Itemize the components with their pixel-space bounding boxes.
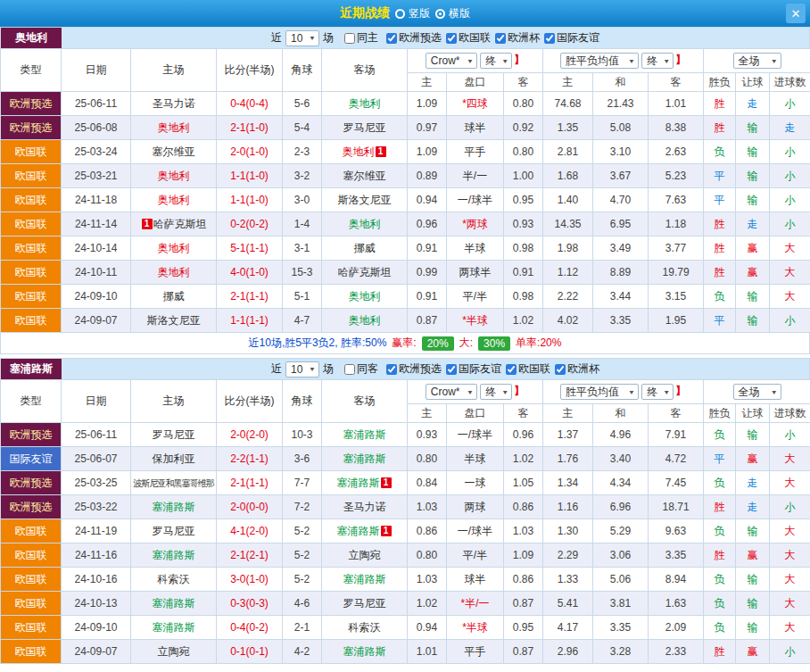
handicap-result-cell: 走 — [736, 212, 770, 236]
result-cell: 负 — [704, 568, 736, 592]
avg-dropdown[interactable]: 胜平负均值 — [560, 384, 639, 400]
league-checkbox[interactable] — [446, 33, 457, 44]
col-avg-away: 客 — [649, 73, 704, 92]
league-checkbox[interactable] — [386, 364, 397, 375]
team-name: 塞浦路斯 — [343, 428, 386, 441]
final-avg-dropdown[interactable]: 终 — [641, 384, 674, 400]
avg-draw-cell: 3.35 — [593, 309, 649, 333]
league-filter[interactable]: 欧洲预选 — [386, 361, 442, 377]
team-name: 奥地利 — [158, 242, 190, 254]
col-give: 让球 — [736, 404, 770, 423]
avg-home-cell: 2.96 — [543, 640, 593, 664]
bookmaker-dropdown[interactable]: Crow* — [426, 384, 477, 400]
home-odds-cell: 0.94 — [408, 188, 447, 212]
avg-draw-cell: 3.81 — [593, 592, 649, 616]
league-filter[interactable]: 国际友谊 — [544, 30, 599, 46]
avg-home-cell: 4.02 — [543, 309, 593, 333]
away-odds-cell: 0.80 — [504, 140, 543, 164]
league-checkbox[interactable] — [495, 33, 506, 44]
corner-cell: 5-2 — [283, 543, 322, 568]
handicap-cell: 平/半 — [447, 543, 504, 568]
team-name: 立陶宛 — [349, 549, 381, 561]
final-odds-dropdown[interactable]: 终 — [480, 384, 512, 400]
goals-result-cell: 小 — [770, 212, 810, 236]
fullmatch-dropdown[interactable]: 全场 — [733, 53, 781, 69]
handicap-cell: 半球 — [447, 236, 504, 261]
same-venue-filter[interactable]: 同客 — [344, 361, 378, 377]
avg-home-cell: 74.68 — [543, 92, 593, 116]
away-team-cell: 奥地利 — [322, 309, 408, 333]
col-odds-away: 客 — [504, 404, 543, 423]
away-team-cell: 罗马尼亚 — [322, 592, 408, 616]
score-cell: 2-0(2-0) — [217, 423, 283, 447]
home-odds-cell: 1.03 — [408, 495, 447, 519]
avg-away-cell: 2.63 — [649, 140, 704, 164]
avg-away-cell: 18.71 — [649, 495, 704, 519]
radio-horizontal[interactable]: 横版 — [435, 6, 470, 21]
team-label: 奥地利 — [1, 28, 62, 48]
goals-result-cell: 小 — [770, 495, 810, 519]
result-cell: 平 — [704, 164, 736, 188]
recent-count-select[interactable]: 10 — [285, 30, 319, 46]
team-name: 塞浦路斯 — [153, 597, 195, 610]
result-header-group: 全场 — [704, 49, 810, 73]
league-checkbox[interactable] — [544, 33, 555, 44]
same-venue-filter[interactable]: 同主 — [344, 30, 378, 46]
date-cell: 24-11-19 — [62, 519, 131, 543]
corner-cell: 5-1 — [283, 285, 322, 309]
league-label: 欧洲杯 — [567, 361, 599, 377]
league-filter[interactable]: 欧洲预选 — [386, 30, 442, 46]
league-checkbox[interactable] — [446, 364, 457, 375]
result-cell: 负 — [704, 471, 736, 495]
team-name: 奥地利 — [158, 194, 190, 206]
away-odds-cell: 0.92 — [504, 116, 543, 140]
league-checkbox[interactable] — [506, 364, 517, 375]
home-team-cell: 保加利亚 — [131, 447, 217, 471]
away-odds-cell: 1.00 — [504, 164, 543, 188]
avg-home-cell: 5.41 — [543, 592, 593, 616]
radio-icon[interactable] — [435, 9, 445, 19]
avg-dropdown[interactable]: 胜平负均值 — [560, 53, 639, 69]
league-filter[interactable]: 欧国联 — [446, 30, 491, 46]
league-checkbox[interactable] — [386, 33, 397, 44]
away-team-cell: 奥地利 — [322, 212, 408, 236]
handicap-cell: 一/球半 — [447, 188, 504, 212]
goals-result-cell: 小 — [770, 640, 810, 664]
result-cell: 负 — [704, 140, 736, 164]
league-filter[interactable]: 欧洲杯 — [495, 30, 540, 46]
close-button[interactable]: ✕ — [786, 4, 806, 23]
home-team-cell: 波斯尼亚和黑塞哥维那 — [131, 471, 217, 495]
avg-away-cell: 2.33 — [649, 640, 704, 664]
avg-home-cell: 1.37 — [543, 423, 593, 447]
final-odds-dropdown[interactable]: 终 — [480, 53, 512, 69]
match-row: 欧国联24-09-10塞浦路斯0-4(0-2)2-1科索沃0.94*半球0.95… — [1, 616, 810, 640]
same-venue-checkbox[interactable] — [344, 33, 355, 44]
match-type-cell: 欧国联 — [1, 164, 62, 188]
team-name: 圣马力诺 — [153, 97, 195, 110]
date-cell: 24-10-14 — [62, 236, 131, 261]
score-cell: 0-3(0-3) — [217, 592, 283, 616]
score-cell: 2-1(1-1) — [217, 471, 283, 495]
handicap-cell: 球半 — [447, 568, 504, 592]
radio-icon[interactable] — [395, 9, 405, 19]
final-avg-dropdown[interactable]: 终 — [641, 53, 674, 69]
same-venue-checkbox[interactable] — [344, 364, 355, 375]
league-filter[interactable]: 欧洲杯 — [555, 361, 599, 377]
league-checkbox[interactable] — [555, 364, 566, 375]
score-cell: 2-0(0-0) — [217, 495, 283, 519]
handicap-cell: *半球 — [447, 309, 504, 333]
col-avg-draw: 和 — [593, 73, 649, 92]
avg-away-cell: 5.23 — [649, 164, 704, 188]
bookmaker-dropdown[interactable]: Crow* — [426, 53, 477, 69]
handicap-result-cell: 赢 — [736, 261, 770, 285]
radio-vertical[interactable]: 竖版 — [395, 6, 430, 21]
avg-away-cell: 2.09 — [649, 616, 704, 640]
away-team-cell: 奥地利1 — [322, 140, 408, 164]
league-filter[interactable]: 国际友谊 — [446, 361, 501, 377]
recent-count-select[interactable]: 10 — [285, 361, 319, 377]
match-type-cell: 欧洲预选 — [1, 423, 62, 447]
home-team-cell: 奥地利 — [131, 236, 217, 261]
league-filter[interactable]: 欧国联 — [506, 361, 550, 377]
fullmatch-dropdown[interactable]: 全场 — [733, 384, 781, 400]
away-team-cell: 圣马力诺 — [322, 495, 408, 519]
